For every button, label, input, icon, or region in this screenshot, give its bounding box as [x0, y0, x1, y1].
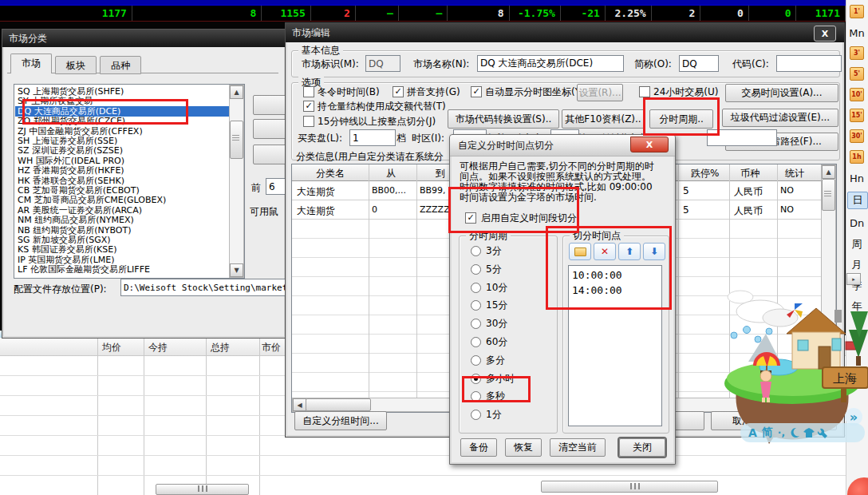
period-button-周[interactable]: 周 [847, 236, 866, 252]
period-button-5'[interactable]: 5' [850, 67, 864, 81]
split-point-0[interactable]: 10:00:00 [572, 267, 622, 283]
period-radio-5分[interactable]: 5分 [471, 263, 502, 276]
exchange-item-11[interactable]: CM 芝加哥商品交易所CME(GLOBEX) [15, 195, 230, 205]
split-point-1[interactable]: 14:00:00 [572, 283, 622, 298]
market-code-input[interactable] [776, 55, 842, 72]
period-button-Dn[interactable]: Dn [847, 216, 866, 232]
period-radio-10分[interactable]: 10分 [471, 281, 507, 295]
bottom-right-scrollbar-thumb[interactable] [541, 481, 718, 493]
junk-filter-button[interactable]: 垃圾代码过滤设置(E)... [722, 109, 838, 127]
quote-header-1[interactable]: 今持 [148, 341, 168, 354]
exchange-item-2[interactable]: DQ 大连商品交易所(DCE) [15, 106, 230, 117]
tab-品种[interactable]: 品种 [100, 56, 141, 74]
split-points-list[interactable]: 10:00:0014:00:00 [568, 265, 662, 426]
clear-current-button[interactable]: 清空当前 [550, 438, 606, 457]
quote-header-3[interactable]: 市价 [262, 341, 281, 354]
period-radio-60分[interactable]: 60分 [471, 335, 507, 349]
auto-axis-checkbox[interactable]: ✓ [471, 86, 482, 97]
period-radio-15分[interactable]: 15分 [471, 299, 507, 312]
enable-custom-split-checkbox[interactable]: ✓ [465, 212, 476, 224]
ime-punct-icon[interactable]: ·, [778, 427, 785, 438]
market-name-input[interactable]: DQ 大连商品交易所(DCE) [477, 55, 624, 72]
pane-expand-handle[interactable]: ▸ [846, 273, 861, 285]
period-button-Mn[interactable]: Mn [847, 26, 866, 42]
period-button-月[interactable]: 月 [847, 257, 866, 273]
class-table-header-2[interactable]: 到 [436, 167, 445, 180]
close-button[interactable]: 关闭 [619, 438, 665, 457]
tab-市场[interactable]: 市场 [10, 53, 52, 73]
scroll-up-icon[interactable]: ▲ [822, 165, 835, 179]
exchange-item-16[interactable]: KS 韩国证券交易所(KSE) [15, 244, 230, 255]
position-struct-checkbox[interactable]: ✓ [303, 101, 314, 112]
exchange-listbox[interactable]: SQ 上海期货交易所(SHFE)SY 上期所夜盘交易DQ 大连商品交易所(DCE… [14, 84, 245, 279]
custom-group-time-button[interactable]: 自定义分组时间... [294, 411, 387, 430]
ime-mode-icon[interactable]: 简 [762, 426, 773, 440]
quote-header-2[interactable]: 总持 [211, 341, 230, 354]
period-button-日[interactable]: 日 [847, 192, 868, 209]
market-window-titlebar[interactable]: 市场分类 [2, 30, 286, 47]
exchange-item-4[interactable]: ZJ 中国金融期货交易所(CFFEX) [15, 126, 230, 137]
exchange-item-6[interactable]: SZ 深圳证券交易所(SZSE) [15, 145, 230, 156]
period-button-1h[interactable]: 1h [850, 150, 864, 164]
pinyin-checkbox[interactable]: ✓ [393, 86, 404, 97]
edit-dialog-titlebar[interactable]: 市场编辑 [286, 23, 844, 42]
exchange-item-17[interactable]: IP 英国期货交易所(LME) [15, 255, 230, 265]
hours24-checkbox[interactable] [639, 86, 650, 97]
class-table-header-0[interactable]: 分类名 [316, 167, 345, 180]
exchange-item-15[interactable]: SG 新加坡交易所(SGX) [15, 235, 230, 245]
hidden-side-button[interactable] [253, 145, 287, 164]
period-button-30'[interactable]: 30' [850, 129, 864, 143]
ime-statusbar[interactable]: A 简 ·, [740, 423, 865, 442]
exchange-item-7[interactable]: WH 国际外汇(IDEAL PRO) [15, 156, 230, 166]
exchange-list-scrollbar[interactable]: ▲ ▼ [229, 85, 244, 278]
period-button-3'[interactable]: 3' [850, 46, 864, 60]
exchange-item-9[interactable]: HK 香港联合交易所(SEHK) [15, 176, 230, 186]
class-table-header-4[interactable]: 币种 [740, 167, 760, 180]
period-button-Hn[interactable]: Hn [847, 171, 866, 187]
backup-button[interactable]: 备份 [460, 438, 497, 457]
period-radio-3分[interactable]: 3分 [471, 244, 502, 258]
exchange-item-14[interactable]: NB 纽约期货交易所(NYBOT) [15, 225, 230, 236]
exchange-item-12[interactable]: AR 美股统一证券交易所(ARCA) [15, 205, 230, 216]
add-point-icon[interactable] [569, 243, 591, 260]
intraday-period-button[interactable]: 分时周期.. [649, 109, 713, 129]
ime-tool-icons[interactable] [790, 426, 828, 439]
trade-time-button[interactable]: 交易时间设置(A)... [725, 84, 838, 102]
exchange-item-10[interactable]: CB 芝加哥期货交易所(ECBOT) [15, 185, 230, 196]
period-button-1'[interactable]: 1' [850, 5, 864, 18]
ime-letter-icon[interactable]: A [748, 426, 757, 439]
hidden-side-button[interactable] [253, 95, 287, 115]
hidden-side-button[interactable] [253, 119, 287, 139]
period-radio-30分[interactable]: 30分 [471, 317, 507, 331]
code-convert-button[interactable]: 市场代码转换设置(S).. [448, 109, 559, 129]
period-radio-多秒[interactable]: 多秒 [471, 390, 505, 403]
class-table-header-3[interactable]: 跌停% [691, 167, 719, 180]
exchange-item-1[interactable]: SY 上期所夜盘交易 [15, 96, 230, 106]
bid-input[interactable]: 1 [349, 129, 396, 146]
quote-header-0[interactable]: 均价 [102, 341, 121, 354]
close-icon[interactable]: X [814, 26, 836, 42]
restore-button[interactable]: 恢复 [505, 438, 542, 457]
exchange-item-13[interactable]: NM 纽约商品交易所(NYMEX) [15, 215, 230, 225]
exchange-item-8[interactable]: HZ 香港期货交易所(HKFE) [15, 165, 230, 176]
scroll-down-icon[interactable]: ▼ [230, 263, 243, 277]
contrib-input[interactable] [707, 129, 777, 146]
min15-split-checkbox[interactable] [303, 116, 314, 127]
winter-time-checkbox[interactable] [303, 86, 314, 97]
class-table-header-1[interactable]: 从 [386, 167, 396, 180]
exchange-item-0[interactable]: SQ 上海期货交易所(SHFE) [15, 86, 230, 97]
exchange-item-5[interactable]: SH 上海证券交易所(SSE) [15, 136, 230, 146]
scroll-left-icon[interactable]: ◀ [293, 398, 306, 411]
config-path-input[interactable]: D:\Weisoft Stock\Setting\market25. [120, 279, 291, 296]
exchange-item-18[interactable]: LF 伦敦国际金融期货交易所LIFFE [15, 264, 230, 275]
scroll-up-icon[interactable]: ▲ [230, 85, 243, 99]
period-button-10'[interactable]: 10' [850, 88, 864, 101]
move-down-icon[interactable]: ⬇ [643, 243, 665, 260]
period-radio-多分[interactable]: 多分 [471, 354, 505, 367]
delete-point-icon[interactable]: ✕ [594, 243, 616, 260]
table-hscroll-thumb[interactable] [306, 398, 371, 411]
market-short-input[interactable]: DQ [679, 55, 719, 72]
exchange-item-3[interactable]: ZQ 郑州期货交易所(CZCE) [15, 116, 230, 126]
move-up-icon[interactable]: ⬆ [618, 243, 641, 260]
close-icon[interactable]: X [630, 137, 669, 152]
